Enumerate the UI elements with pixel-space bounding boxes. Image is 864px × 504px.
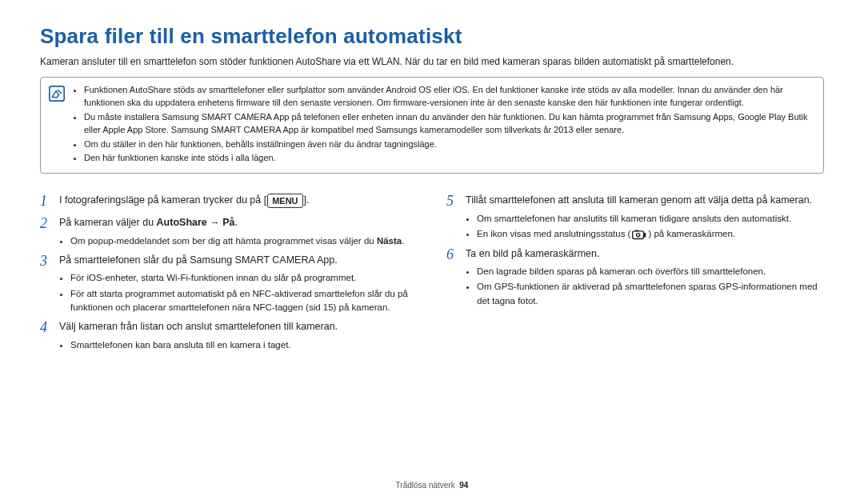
step-text-part: I fotograferingsläge på kameran trycker …: [59, 194, 266, 206]
left-column: 1 I fotograferingsläge på kameran trycke…: [40, 188, 418, 357]
step-text: Ta en bild på kameraskärmen.: [466, 246, 824, 262]
step-5-notes: Om smarttelefonen har anslutits till kam…: [466, 212, 824, 242]
note-list: Funktionen AutoShare stöds av smarttelef…: [73, 84, 815, 167]
menu-label: MENU: [272, 194, 298, 207]
sub-item: Den lagrade bilden sparas på kameran och…: [477, 265, 824, 278]
menu-button-icon: MENU: [267, 194, 302, 208]
svg-rect-5: [636, 230, 639, 232]
step-6-notes: Den lagrade bilden sparas på kameran och…: [466, 265, 824, 308]
step-3: 3 På smarttelefonen slår du på Samsung S…: [40, 253, 418, 270]
sub-item: För att starta programmet automatiskt på…: [70, 287, 418, 315]
step-2: 2 På kameran väljer du AutoShare → På.: [40, 215, 418, 233]
step-text-part: .: [235, 217, 238, 228]
intro-paragraph: Kameran ansluter till en smarttelefon so…: [40, 55, 824, 69]
note-item: Om du ställer in den här funktionen, beh…: [84, 138, 815, 151]
note-icon: [49, 86, 65, 102]
sub-text-part: .: [402, 236, 404, 246]
step-2-notes: Om popup-meddelandet som ber dig att häm…: [59, 234, 418, 248]
right-column: 5 Tillåt smarttelefonen att ansluta till…: [446, 188, 824, 357]
svg-rect-2: [633, 231, 644, 239]
sub-text-part: Om popup-meddelandet som ber dig att häm…: [70, 236, 377, 246]
sub-text-bold: Nästa: [377, 236, 402, 246]
step-number: 1: [40, 193, 54, 210]
step-6: 6 Ta en bild på kameraskärmen.: [446, 246, 824, 264]
sub-item: Om smarttelefonen har anslutits till kam…: [477, 212, 824, 226]
step-number: 3: [40, 253, 54, 270]
sub-item: Om GPS-funktionen är aktiverad på smartt…: [477, 280, 824, 308]
step-text: På kameran väljer du AutoShare → På.: [59, 215, 418, 230]
sub-text-part: En ikon visas med anslutningsstatus (: [477, 229, 630, 238]
svg-point-4: [637, 234, 640, 237]
svg-rect-3: [644, 233, 646, 238]
page-title: Spara filer till en smarttelefon automat…: [40, 24, 824, 49]
step-4: 4 Välj kameran från listan och anslut sm…: [40, 319, 418, 337]
connection-status-icon: [632, 229, 646, 240]
sub-text-part: ) på kameraskärmen.: [648, 229, 735, 238]
step-text: I fotograferingsläge på kameran trycker …: [59, 193, 418, 208]
step-text: Tillåt smarttelefonen att ansluta till k…: [466, 193, 824, 208]
sub-item: Smarttelefonen kan bara ansluta till en …: [70, 338, 418, 352]
note-callout: Funktionen AutoShare stöds av smarttelef…: [40, 77, 824, 174]
step-number: 5: [446, 193, 461, 210]
step-text-part: ].: [304, 194, 310, 206]
step-1: 1 I fotograferingsläge på kameran trycke…: [40, 193, 418, 210]
sub-item: För iOS-enheter, starta Wi-Fi-funktionen…: [70, 271, 418, 285]
step-text: Välj kameran från listan och anslut smar…: [59, 319, 418, 334]
note-item: Funktionen AutoShare stöds av smarttelef…: [84, 84, 815, 110]
step-text-bold: AutoShare → På: [157, 217, 235, 228]
note-item: Du måste installera Samsung SMART CAMERA…: [84, 111, 815, 137]
two-column-layout: 1 I fotograferingsläge på kameran trycke…: [40, 188, 824, 357]
sub-item: Om popup-meddelandet som ber dig att häm…: [70, 234, 418, 248]
page-footer: Trådlösa nätverk 94: [0, 481, 864, 490]
step-5: 5 Tillåt smarttelefonen att ansluta till…: [446, 193, 824, 210]
sub-item: En ikon visas med anslutningsstatus ( ) …: [477, 227, 824, 241]
step-text: På smarttelefonen slår du på Samsung SMA…: [59, 253, 418, 268]
step-3-notes: För iOS-enheter, starta Wi-Fi-funktionen…: [59, 271, 418, 314]
step-number: 6: [446, 246, 461, 264]
step-4-notes: Smarttelefonen kan bara ansluta till en …: [59, 338, 418, 352]
note-item: Den här funktionen kanske inte stöds i a…: [84, 152, 815, 165]
document-page: Spara filer till en smarttelefon automat…: [0, 0, 864, 504]
step-text-part: På kameran väljer du: [59, 217, 157, 228]
step-number: 2: [40, 215, 54, 233]
footer-page-number: 94: [459, 481, 468, 490]
svg-rect-0: [50, 86, 64, 101]
footer-section: Trådlösa nätverk: [396, 481, 455, 490]
step-number: 4: [40, 319, 54, 337]
